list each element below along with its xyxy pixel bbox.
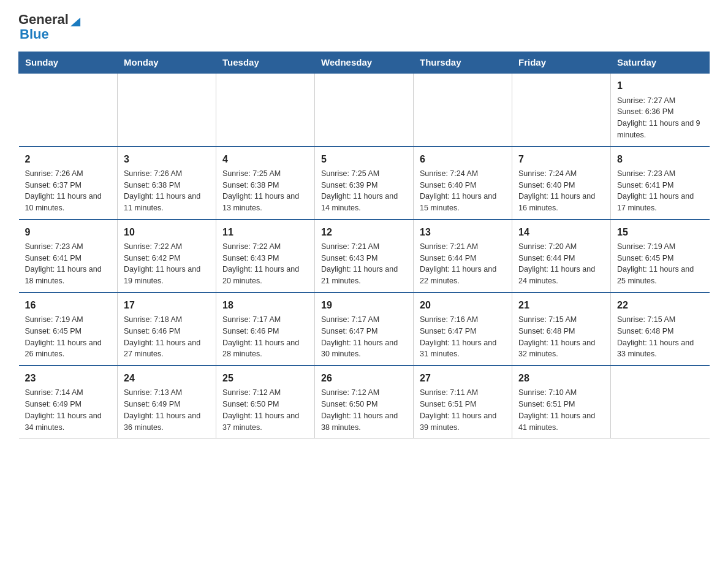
calendar-cell: 15Sunrise: 7:19 AMSunset: 6:45 PMDayligh… [611, 220, 710, 293]
logo: General Blue [18, 12, 81, 42]
day-info: Sunrise: 7:25 AMSunset: 6:38 PMDaylight:… [222, 168, 308, 214]
day-number: 12 [321, 225, 407, 239]
logo-blue-text: Blue [20, 26, 49, 42]
calendar-cell: 10Sunrise: 7:22 AMSunset: 6:42 PMDayligh… [118, 220, 216, 293]
calendar-cell [512, 73, 611, 146]
day-info: Sunrise: 7:23 AMSunset: 6:41 PMDaylight:… [617, 168, 703, 214]
calendar-cell: 13Sunrise: 7:21 AMSunset: 6:44 PMDayligh… [414, 220, 512, 293]
day-number: 28 [518, 371, 604, 385]
calendar-cell: 12Sunrise: 7:21 AMSunset: 6:43 PMDayligh… [315, 220, 414, 293]
day-info: Sunrise: 7:13 AMSunset: 6:49 PMDaylight:… [124, 387, 210, 433]
day-number: 17 [124, 298, 210, 312]
calendar-cell [216, 73, 315, 146]
calendar-cell: 5Sunrise: 7:25 AMSunset: 6:39 PMDaylight… [315, 147, 414, 220]
calendar-cell: 26Sunrise: 7:12 AMSunset: 6:50 PMDayligh… [315, 366, 414, 439]
day-info: Sunrise: 7:26 AMSunset: 6:38 PMDaylight:… [124, 168, 210, 214]
calendar-cell [19, 73, 118, 146]
calendar-cell: 2Sunrise: 7:26 AMSunset: 6:37 PMDaylight… [19, 147, 118, 220]
day-info: Sunrise: 7:19 AMSunset: 6:45 PMDaylight:… [25, 314, 112, 360]
day-info: Sunrise: 7:17 AMSunset: 6:47 PMDaylight:… [321, 314, 407, 360]
day-of-week-header: Thursday [414, 52, 512, 74]
day-info: Sunrise: 7:26 AMSunset: 6:37 PMDaylight:… [25, 168, 112, 214]
calendar-week-row: 16Sunrise: 7:19 AMSunset: 6:45 PMDayligh… [19, 293, 710, 366]
calendar-cell: 24Sunrise: 7:13 AMSunset: 6:49 PMDayligh… [118, 366, 216, 439]
calendar-header-row: SundayMondayTuesdayWednesdayThursdayFrid… [19, 52, 710, 74]
calendar-cell [118, 73, 216, 146]
calendar-cell: 17Sunrise: 7:18 AMSunset: 6:46 PMDayligh… [118, 293, 216, 366]
page-header: General Blue [18, 12, 710, 42]
day-of-week-header: Sunday [19, 52, 118, 74]
day-number: 22 [617, 298, 703, 312]
day-number: 8 [617, 152, 703, 166]
day-number: 21 [518, 298, 604, 312]
calendar-week-row: 1Sunrise: 7:27 AMSunset: 6:36 PMDaylight… [19, 73, 710, 146]
day-info: Sunrise: 7:24 AMSunset: 6:40 PMDaylight:… [518, 168, 604, 214]
day-number: 18 [222, 298, 308, 312]
calendar-table: SundayMondayTuesdayWednesdayThursdayFrid… [18, 52, 710, 439]
day-number: 7 [518, 152, 604, 166]
day-of-week-header: Tuesday [216, 52, 315, 74]
calendar-cell [414, 73, 512, 146]
day-number: 27 [420, 371, 506, 385]
day-number: 15 [617, 225, 703, 239]
calendar-cell: 11Sunrise: 7:22 AMSunset: 6:43 PMDayligh… [216, 220, 315, 293]
calendar-cell: 7Sunrise: 7:24 AMSunset: 6:40 PMDaylight… [512, 147, 611, 220]
calendar-cell: 28Sunrise: 7:10 AMSunset: 6:51 PMDayligh… [512, 366, 611, 439]
day-number: 26 [321, 371, 407, 385]
calendar-cell: 27Sunrise: 7:11 AMSunset: 6:51 PMDayligh… [414, 366, 512, 439]
day-number: 25 [222, 371, 308, 385]
day-info: Sunrise: 7:12 AMSunset: 6:50 PMDaylight:… [321, 387, 407, 433]
day-info: Sunrise: 7:23 AMSunset: 6:41 PMDaylight:… [25, 241, 112, 287]
calendar-week-row: 9Sunrise: 7:23 AMSunset: 6:41 PMDaylight… [19, 220, 710, 293]
svg-marker-0 [70, 17, 80, 26]
day-number: 19 [321, 298, 407, 312]
calendar-cell: 21Sunrise: 7:15 AMSunset: 6:48 PMDayligh… [512, 293, 611, 366]
day-of-week-header: Saturday [611, 52, 710, 74]
day-number: 2 [25, 152, 112, 166]
calendar-cell: 16Sunrise: 7:19 AMSunset: 6:45 PMDayligh… [19, 293, 118, 366]
day-number: 24 [124, 371, 210, 385]
calendar-cell: 8Sunrise: 7:23 AMSunset: 6:41 PMDaylight… [611, 147, 710, 220]
calendar-week-row: 23Sunrise: 7:14 AMSunset: 6:49 PMDayligh… [19, 366, 710, 439]
day-number: 11 [222, 225, 308, 239]
day-info: Sunrise: 7:15 AMSunset: 6:48 PMDaylight:… [617, 314, 703, 360]
day-of-week-header: Friday [512, 52, 611, 74]
calendar-cell: 25Sunrise: 7:12 AMSunset: 6:50 PMDayligh… [216, 366, 315, 439]
calendar-cell: 22Sunrise: 7:15 AMSunset: 6:48 PMDayligh… [611, 293, 710, 366]
day-number: 13 [420, 225, 506, 239]
calendar-cell: 20Sunrise: 7:16 AMSunset: 6:47 PMDayligh… [414, 293, 512, 366]
logo-triangle-icon [70, 16, 81, 27]
day-info: Sunrise: 7:21 AMSunset: 6:44 PMDaylight:… [420, 241, 506, 287]
calendar-cell: 4Sunrise: 7:25 AMSunset: 6:38 PMDaylight… [216, 147, 315, 220]
calendar-cell: 1Sunrise: 7:27 AMSunset: 6:36 PMDaylight… [611, 73, 710, 146]
calendar-cell: 23Sunrise: 7:14 AMSunset: 6:49 PMDayligh… [19, 366, 118, 439]
day-of-week-header: Monday [118, 52, 216, 74]
logo-general-text: General [18, 12, 69, 27]
day-number: 10 [124, 225, 210, 239]
day-info: Sunrise: 7:20 AMSunset: 6:44 PMDaylight:… [518, 241, 604, 287]
day-info: Sunrise: 7:19 AMSunset: 6:45 PMDaylight:… [617, 241, 703, 287]
calendar-cell [315, 73, 414, 146]
day-info: Sunrise: 7:15 AMSunset: 6:48 PMDaylight:… [518, 314, 604, 360]
calendar-cell: 9Sunrise: 7:23 AMSunset: 6:41 PMDaylight… [19, 220, 118, 293]
day-number: 16 [25, 298, 112, 312]
day-info: Sunrise: 7:17 AMSunset: 6:46 PMDaylight:… [222, 314, 308, 360]
day-info: Sunrise: 7:22 AMSunset: 6:42 PMDaylight:… [124, 241, 210, 287]
day-info: Sunrise: 7:16 AMSunset: 6:47 PMDaylight:… [420, 314, 506, 360]
day-number: 23 [25, 371, 112, 385]
day-number: 6 [420, 152, 506, 166]
calendar-cell: 6Sunrise: 7:24 AMSunset: 6:40 PMDaylight… [414, 147, 512, 220]
day-number: 3 [124, 152, 210, 166]
day-info: Sunrise: 7:11 AMSunset: 6:51 PMDaylight:… [420, 387, 506, 433]
calendar-cell: 19Sunrise: 7:17 AMSunset: 6:47 PMDayligh… [315, 293, 414, 366]
calendar-cell [611, 366, 710, 439]
day-number: 9 [25, 225, 112, 239]
calendar-week-row: 2Sunrise: 7:26 AMSunset: 6:37 PMDaylight… [19, 147, 710, 220]
calendar-cell: 18Sunrise: 7:17 AMSunset: 6:46 PMDayligh… [216, 293, 315, 366]
calendar-cell: 3Sunrise: 7:26 AMSunset: 6:38 PMDaylight… [118, 147, 216, 220]
day-number: 14 [518, 225, 604, 239]
day-number: 5 [321, 152, 407, 166]
day-info: Sunrise: 7:21 AMSunset: 6:43 PMDaylight:… [321, 241, 407, 287]
day-info: Sunrise: 7:14 AMSunset: 6:49 PMDaylight:… [25, 387, 112, 433]
day-info: Sunrise: 7:27 AMSunset: 6:36 PMDaylight:… [617, 95, 703, 141]
